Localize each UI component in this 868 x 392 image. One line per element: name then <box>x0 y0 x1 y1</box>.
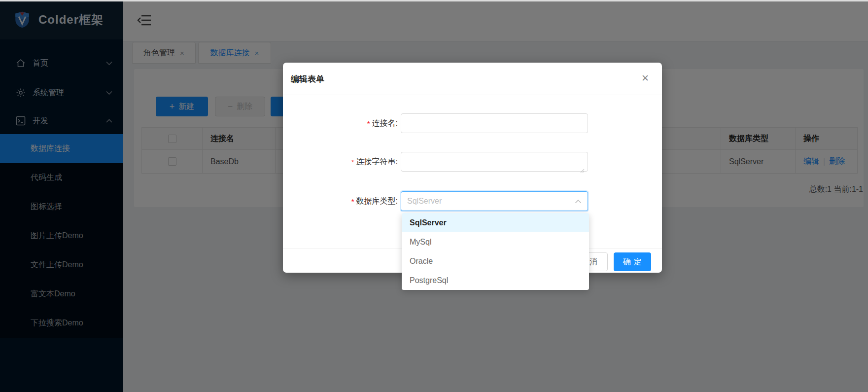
database-type-dropdown: SqlServer MySql Oracle PostgreSql <box>402 213 589 290</box>
database-type-label: * 数据库类型: <box>283 191 398 211</box>
app-screen: 角色管理 × 数据库连接 × + 新建 − 删除 连接名 连接字符串 数据库类型 <box>0 0 868 392</box>
dropdown-option-oracle[interactable]: Oracle <box>402 251 589 271</box>
select-value: SqlServer <box>407 197 575 206</box>
connection-name-label: * 连接名: <box>283 113 398 133</box>
required-mark: * <box>351 158 354 166</box>
connection-string-textarea[interactable] <box>401 152 588 172</box>
window-top-edge <box>0 0 868 1</box>
database-type-select[interactable]: SqlServer <box>401 191 588 211</box>
connection-name-input[interactable] <box>401 113 588 133</box>
dropdown-option-mysql[interactable]: MySql <box>402 232 589 251</box>
connection-string-label: * 连接字符串: <box>283 152 398 172</box>
resize-grip-icon[interactable] <box>580 169 585 173</box>
dropdown-option-sqlserver[interactable]: SqlServer <box>402 213 589 232</box>
required-mark: * <box>367 119 370 128</box>
dropdown-option-postgresql[interactable]: PostgreSql <box>402 271 589 290</box>
ok-button[interactable]: 确定 <box>614 252 651 271</box>
modal-header: 编辑表单 ✕ <box>283 63 662 95</box>
required-mark: * <box>351 197 354 206</box>
close-icon[interactable]: ✕ <box>641 73 649 83</box>
modal-title: 编辑表单 <box>291 73 324 85</box>
chevron-up-icon <box>575 199 582 204</box>
